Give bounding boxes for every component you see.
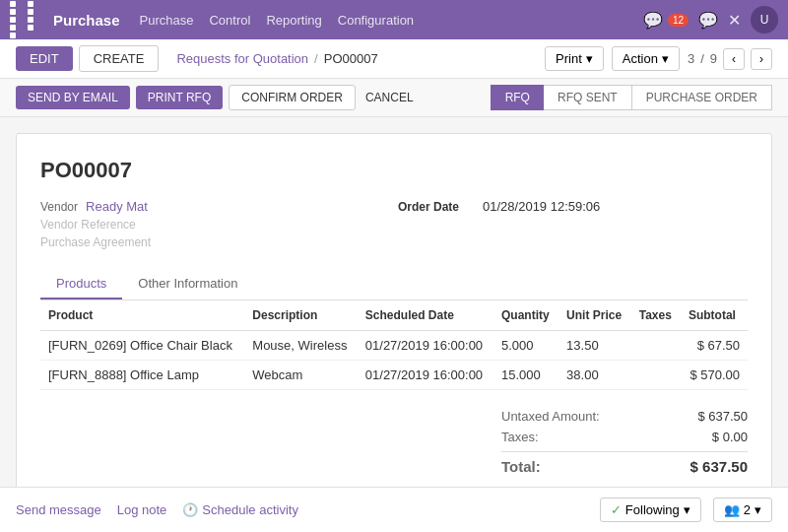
breadcrumb-bar: EDIT CREATE Requests for Quotation / PO0… — [0, 39, 788, 79]
confirm-order-button[interactable]: CONFIRM ORDER — [229, 85, 356, 110]
navbar: Purchase Purchase Control Reporting Conf… — [0, 0, 788, 39]
pagination-separator: / — [700, 51, 704, 66]
user-avatar[interactable]: U — [751, 6, 778, 33]
clock-icon: 🕐 — [182, 502, 198, 517]
vendor-value[interactable]: Ready Mat — [86, 199, 148, 214]
row1-subtotal: $ 67.50 — [681, 331, 748, 361]
navbar-menu-control[interactable]: Control — [209, 9, 250, 32]
document-fields: Vendor Ready Mat Vendor Reference Purcha… — [40, 199, 748, 249]
followers-icon: 👥 — [724, 502, 740, 517]
followers-chevron-icon: ▾ — [755, 502, 761, 517]
row2-scheduled-date: 01/27/2019 16:00:00 — [358, 361, 493, 390]
vendor-field: Vendor Ready Mat — [40, 199, 390, 214]
send-email-button[interactable]: SEND BY EMAIL — [16, 86, 130, 109]
followers-button[interactable]: 👥 2 ▾ — [713, 498, 772, 522]
chat-icon[interactable]: 💬 — [698, 11, 718, 30]
untaxed-value: $ 637.50 — [697, 409, 748, 424]
status-tab-rfq[interactable]: RFQ — [491, 85, 544, 110]
close-icon[interactable]: ✕ — [728, 11, 741, 30]
purchase-agreement-field: Purchase Agreement — [40, 235, 390, 249]
vendor-reference-field: Vendor Reference — [40, 218, 390, 232]
tab-products[interactable]: Products — [40, 269, 122, 299]
bottom-right: ✓ Following ▾ 👥 2 ▾ — [600, 498, 772, 522]
row2-taxes — [631, 361, 681, 390]
apps-menu-button[interactable] — [10, 1, 43, 38]
breadcrumb-parent[interactable]: Requests for Quotation — [176, 51, 308, 66]
vendor-label: Vendor — [40, 200, 78, 214]
table-row[interactable]: [FURN_8888] Office Lamp Webcam 01/27/201… — [40, 361, 748, 390]
vendor-reference-label: Vendor Reference — [40, 218, 136, 232]
navbar-menu-reporting[interactable]: Reporting — [266, 9, 321, 32]
notification-badge: 12 — [668, 14, 689, 27]
totals-table: Untaxed Amount: $ 637.50 Taxes: $ 0.00 T… — [501, 406, 748, 478]
order-date-label: Order Date — [398, 200, 459, 214]
order-date-value: 01/28/2019 12:59:06 — [483, 199, 600, 214]
document-card: PO00007 Vendor Ready Mat Vendor Referenc… — [16, 133, 772, 507]
table-header-row: Product Description Scheduled Date Quant… — [40, 300, 748, 331]
totals-section: Untaxed Amount: $ 637.50 Taxes: $ 0.00 T… — [40, 406, 748, 478]
order-date-field: Order Date 01/28/2019 12:59:06 — [398, 199, 748, 214]
row2-product: [FURN_8888] Office Lamp — [40, 361, 244, 390]
col-taxes: Taxes — [631, 300, 681, 331]
row1-description: Mouse, Wireless — [244, 331, 358, 361]
breadcrumb-separator: / — [314, 51, 318, 66]
print-chevron-icon: ▾ — [586, 51, 593, 66]
send-message-link[interactable]: Send message — [16, 502, 101, 517]
app-name: Purchase — [53, 12, 120, 29]
table-row[interactable]: [FURN_0269] Office Chair Black Mouse, Wi… — [40, 331, 748, 361]
breadcrumb-current: PO00007 — [324, 51, 378, 66]
untaxed-amount-row: Untaxed Amount: $ 637.50 — [501, 406, 748, 427]
action-chevron-icon: ▾ — [662, 51, 669, 66]
row2-subtotal: $ 570.00 — [681, 361, 748, 390]
document-number: PO00007 — [40, 158, 748, 183]
pagination-prev-button[interactable]: ‹ — [723, 48, 745, 70]
log-note-link[interactable]: Log note — [117, 502, 167, 517]
navbar-menu-purchase[interactable]: Purchase — [140, 9, 194, 32]
col-description: Description — [244, 300, 358, 331]
status-tabs: RFQ RFQ SENT PURCHASE ORDER — [491, 85, 772, 110]
navbar-icons: 💬 12 💬 ✕ U — [643, 6, 778, 33]
total-row: Total: $ 637.50 — [501, 451, 748, 478]
cancel-button[interactable]: CANCEL — [361, 86, 418, 109]
products-table: Product Description Scheduled Date Quant… — [40, 300, 748, 390]
pagination-current: 3 — [688, 51, 694, 66]
row1-scheduled-date: 01/27/2019 16:00:00 — [358, 331, 493, 361]
edit-button[interactable]: EDIT — [16, 46, 73, 71]
print-button[interactable]: Print ▾ — [545, 46, 604, 71]
navbar-menu-configuration[interactable]: Configuration — [338, 9, 414, 32]
col-scheduled-date: Scheduled Date — [358, 300, 493, 331]
total-label: Total: — [501, 458, 564, 475]
taxes-label: Taxes: — [501, 430, 562, 444]
action-label: Action — [623, 51, 658, 66]
row1-quantity: 5.000 — [493, 331, 558, 361]
following-chevron-icon: ▾ — [684, 502, 690, 517]
col-product: Product — [40, 300, 244, 331]
following-button[interactable]: ✓ Following ▾ — [600, 498, 701, 522]
status-tab-rfq-sent[interactable]: RFQ SENT — [544, 85, 631, 110]
bottom-bar: Send message Log note 🕐 Schedule activit… — [0, 487, 788, 532]
pagination: 3 / 9 ‹ › — [688, 48, 772, 70]
bottom-actions: Send message Log note 🕐 Schedule activit… — [16, 502, 298, 517]
status-tab-purchase-order[interactable]: PURCHASE ORDER — [631, 85, 772, 110]
purchase-agreement-label: Purchase Agreement — [40, 235, 151, 249]
breadcrumb: EDIT CREATE Requests for Quotation / PO0… — [16, 45, 378, 72]
notifications-icon[interactable]: 💬 12 — [643, 11, 689, 30]
checkmark-icon: ✓ — [611, 502, 622, 517]
main-content: PO00007 Vendor Ready Mat Vendor Referenc… — [0, 117, 788, 532]
row2-description: Webcam — [244, 361, 358, 390]
pagination-next-button[interactable]: › — [751, 48, 772, 70]
col-subtotal: Subtotal — [681, 300, 748, 331]
col-unit-price: Unit Price — [558, 300, 631, 331]
followers-count: 2 — [744, 502, 751, 517]
total-value: $ 637.50 — [690, 458, 748, 475]
action-button[interactable]: Action ▾ — [612, 46, 680, 71]
row2-quantity: 15.000 — [493, 361, 558, 390]
col-quantity: Quantity — [493, 300, 558, 331]
following-label: Following — [625, 502, 680, 517]
tab-other-information[interactable]: Other Information — [122, 269, 253, 299]
schedule-activity-link[interactable]: 🕐 Schedule activity — [182, 502, 298, 517]
create-button[interactable]: CREATE — [79, 45, 160, 72]
row1-taxes — [631, 331, 681, 361]
taxes-row: Taxes: $ 0.00 — [501, 427, 748, 447]
print-rfq-button[interactable]: PRINT RFQ — [136, 86, 223, 109]
